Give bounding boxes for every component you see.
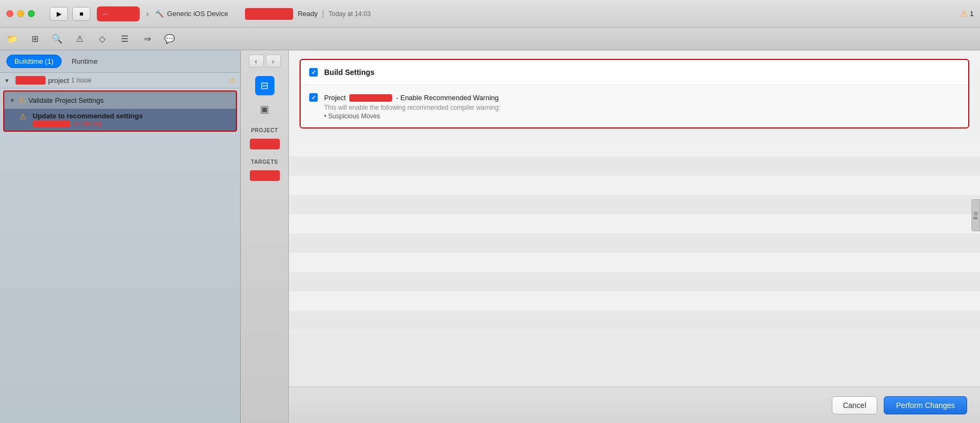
status-section: Ready | Today at 14:03 xyxy=(245,8,370,20)
warning-badge: ⚠ 1 xyxy=(960,9,974,19)
cancel-label: Cancel xyxy=(843,401,867,410)
settings-warning-desc: This will enable the following recommend… xyxy=(324,104,960,111)
list-icon[interactable]: ☰ xyxy=(118,32,132,46)
checkbox-warning[interactable] xyxy=(309,93,318,102)
toolbar: 📁 ⊞ 🔍 ⚠ ◇ ☰ ⇒ 💬 xyxy=(0,28,980,50)
scheme-selector[interactable]: ··· xyxy=(97,6,140,21)
stripe-4 xyxy=(289,195,980,214)
filter-tabs: Buildtime (1) Runtime xyxy=(0,50,240,73)
issue-file-row: .xcodeproj xyxy=(33,120,143,127)
bottom-bar: Cancel Perform Changes xyxy=(289,387,980,423)
settings-project-name-redacted xyxy=(349,94,392,102)
filter-handle-label: Fil xyxy=(973,212,979,220)
stripe-7 xyxy=(289,253,980,272)
nav-back-button[interactable]: ‹ xyxy=(249,55,264,67)
nav-inspector-icon[interactable]: ▣ xyxy=(255,100,274,119)
project-warning-icon: ⚠ xyxy=(229,76,236,85)
stop-button[interactable]: ■ xyxy=(72,7,90,21)
settings-warning-suffix: - Enable Recommended Warning xyxy=(396,94,499,102)
titlebar: ▶ ■ ··· › 🔨 Generic iOS Device Ready | T… xyxy=(0,0,980,28)
expand-arrow-icon: ▼ xyxy=(4,78,13,84)
issue-list: ▼ project 1 issue ⚠ ▼ ⚠ Validate Project… xyxy=(0,73,240,423)
status-separator: | xyxy=(322,9,324,19)
issue-file-ext: .xcodeproj xyxy=(72,120,102,127)
status-ready: Ready xyxy=(297,10,318,18)
nav-targets-label: TARGETS xyxy=(251,159,278,165)
warning-icon: ⚠ xyxy=(960,9,968,19)
settings-warning-text: Project - Enable Recommended Warning Thi… xyxy=(324,93,960,120)
status-time: Today at 14:03 xyxy=(328,10,371,18)
settings-warning-bullet: • Suspicious Moves xyxy=(324,112,960,120)
warning-toolbar-icon[interactable]: ⚠ xyxy=(73,32,87,46)
settings-project-prefix: Project xyxy=(324,94,348,102)
maximize-button[interactable] xyxy=(28,10,35,17)
nav-targets-redacted xyxy=(250,170,280,181)
validate-group-label: Validate Project Settings xyxy=(28,96,104,104)
filter-handle[interactable]: Fil xyxy=(971,199,980,231)
hammer-icon: 🔨 xyxy=(155,10,164,18)
settings-row-build: Build Settings xyxy=(301,60,968,85)
nav-arrows: ‹ › xyxy=(249,55,281,67)
stripe-10 xyxy=(289,311,980,330)
bubble-icon[interactable]: 💬 xyxy=(163,32,177,46)
traffic-lights xyxy=(6,10,35,17)
nav-panel: ‹ › ⊟ ▣ PROJECT TARGETS xyxy=(241,50,289,423)
issue-group: ▼ ⚠ Validate Project Settings ⚠ Update t… xyxy=(3,90,237,132)
scheme-label: ··· xyxy=(102,10,108,18)
status-redacted xyxy=(245,8,293,20)
play-button[interactable]: ▶ xyxy=(50,7,68,21)
stripe-8 xyxy=(289,272,980,291)
issue-file-redacted xyxy=(33,120,70,127)
settings-row-warning: Project - Enable Recommended Warning Thi… xyxy=(301,85,968,127)
validate-warning-icon: ⚠ xyxy=(18,95,25,105)
nav-project-label: PROJECT xyxy=(251,127,278,133)
issue-item[interactable]: ⚠ Update to recommended settings .xcodep… xyxy=(4,109,236,131)
tab-buildtime[interactable]: Buildtime (1) xyxy=(6,55,62,68)
nav-forward-button[interactable]: › xyxy=(266,55,281,67)
issue-title: Update to recommended settings xyxy=(33,112,143,120)
stripe-6 xyxy=(289,233,980,253)
issue-count: 1 issue xyxy=(71,77,91,84)
build-settings-label: Build Settings xyxy=(324,68,374,77)
perform-label: Perform Changes xyxy=(896,401,955,410)
tab-runtime-label: Runtime xyxy=(72,57,97,65)
settings-build-text: Build Settings xyxy=(324,67,960,77)
project-row[interactable]: ▼ project 1 issue ⚠ xyxy=(0,73,240,88)
striped-area xyxy=(289,137,980,423)
issue-warning-icon: ⚠ xyxy=(19,112,26,122)
warning-count: 1 xyxy=(970,10,974,18)
grid-icon[interactable]: ⊞ xyxy=(28,32,42,46)
stripe-5 xyxy=(289,214,980,233)
group-expand-icon: ▼ xyxy=(10,97,18,103)
nav-project-redacted xyxy=(250,139,280,149)
project-label: project xyxy=(48,77,69,85)
stripe-2 xyxy=(289,156,980,176)
search-icon[interactable]: 🔍 xyxy=(50,32,64,46)
stripe-9 xyxy=(289,291,980,311)
right-panel: Build Settings Project - Enable Recommen… xyxy=(289,50,980,423)
issue-group-header[interactable]: ▼ ⚠ Validate Project Settings xyxy=(4,92,236,109)
main-layout: Buildtime (1) Runtime ▼ project 1 issue … xyxy=(0,50,980,423)
minimize-button[interactable] xyxy=(17,10,24,17)
stripe-3 xyxy=(289,176,980,195)
settings-panel: Build Settings Project - Enable Recommen… xyxy=(300,59,969,129)
stripe-1 xyxy=(289,137,980,156)
checkbox-build-settings[interactable] xyxy=(309,68,318,77)
perform-changes-button[interactable]: Perform Changes xyxy=(884,396,967,414)
tab-buildtime-label: Buildtime (1) xyxy=(14,57,53,65)
cancel-button[interactable]: Cancel xyxy=(832,396,878,414)
tag-icon[interactable]: ⇒ xyxy=(140,32,154,46)
project-name-redacted xyxy=(16,76,45,85)
device-name: Generic iOS Device xyxy=(167,10,228,18)
issue-item-content: Update to recommended settings .xcodepro… xyxy=(33,112,143,127)
playback-controls: ▶ ■ xyxy=(50,7,90,21)
folder-icon[interactable]: 📁 xyxy=(5,32,19,46)
arrow-separator: › xyxy=(146,9,149,19)
left-panel: Buildtime (1) Runtime ▼ project 1 issue … xyxy=(0,50,241,423)
tab-runtime[interactable]: Runtime xyxy=(64,55,105,68)
settings-warning-title-row: Project - Enable Recommended Warning xyxy=(324,93,960,102)
device-label: 🔨 Generic iOS Device xyxy=(155,10,228,18)
close-button[interactable] xyxy=(6,10,13,17)
diamond-icon[interactable]: ◇ xyxy=(95,32,109,46)
nav-layout-icon[interactable]: ⊟ xyxy=(255,76,274,95)
